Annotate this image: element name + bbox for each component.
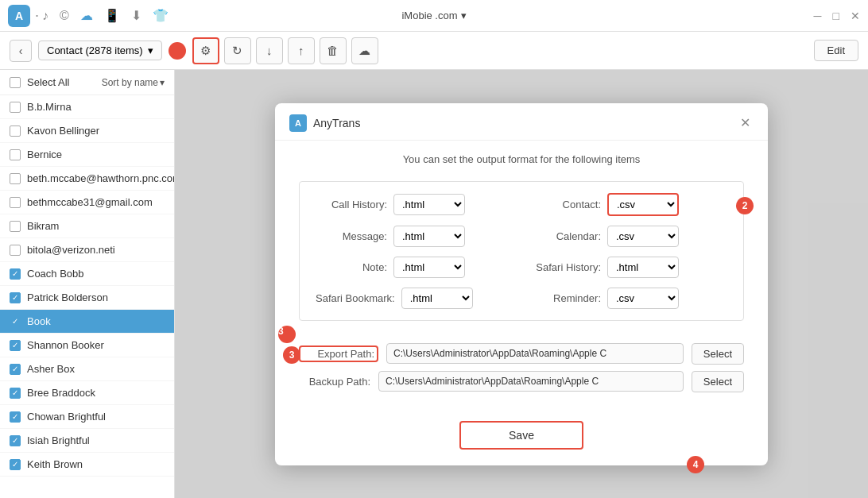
edit-button[interactable]: Edit [814,40,858,61]
note-row: Note: .html.csv [316,257,513,278]
annotation-4-badge: 4 [687,456,704,473]
message-select[interactable]: .html.csv [393,226,465,247]
export-path-label: Export Path: [303,348,374,360]
close-btn[interactable]: ✕ [851,10,860,22]
list-item[interactable]: Bikram [0,214,174,238]
list-item[interactable]: Bernice [0,143,174,167]
device-icon[interactable]: 📱 [104,8,120,23]
upload-icon: ↑ [298,44,304,57]
list-item[interactable]: Kavon Bellinger [0,119,174,143]
upload-button[interactable]: ↑ [288,37,315,64]
safari-history-row: Safari History: .html.csv [529,257,727,278]
modal-close-button[interactable]: ✕ [736,114,754,132]
list-item[interactable]: ✓Keith Brown [0,453,174,477]
download-button[interactable]: ↓ [256,37,283,64]
reminder-select[interactable]: .csv.html [607,288,679,309]
backup-path-input[interactable]: C:\Users\Administrator\AppData\Roaming\A… [378,371,684,392]
content-area: A AnyTrans ✕ You can set the output form… [175,70,868,498]
reminder-label: Reminder: [529,292,601,304]
contact-checkbox[interactable] [10,102,21,113]
list-item[interactable]: ✓Chowan Brightful [0,405,174,429]
contact-name: Chowan Brightful [27,411,106,423]
shirt-icon[interactable]: 👕 [153,8,169,23]
contact-checkbox[interactable]: ✓ [10,459,21,470]
contact-name: Keith Brown [27,458,83,470]
sort-label: Sort by name [102,77,158,88]
copyright-icon[interactable]: © [60,9,69,23]
annotation-3: 3 [278,326,296,343]
contact-checkbox[interactable]: ✓ [10,316,21,327]
music-icon[interactable]: ♪ [42,9,48,23]
list-item[interactable]: ✓Coach Bobb [0,262,174,286]
save-button[interactable]: Save [459,421,583,450]
list-item[interactable]: ✓Shannon Booker [0,334,174,357]
annotation-1 [169,42,186,60]
export-select-button[interactable]: Select [692,343,744,365]
contact-name: Patrick Bolderson [27,291,108,303]
cloud-icon: ☁ [358,44,370,58]
cloud-button[interactable]: ☁ [351,37,378,64]
list-item[interactable]: ✓Isiah Brightful [0,429,174,453]
contact-checkbox[interactable]: ✓ [10,364,21,375]
list-item[interactable]: bitola@verizon.neti [0,238,174,262]
safari-bookmark-select[interactable]: .html.csv [401,288,473,309]
app-title: iMobie .com [401,10,457,21]
contact-name: Coach Bobb [27,268,84,280]
safari-history-select[interactable]: .html.csv [607,257,679,278]
contact-name: Asher Box [27,363,75,375]
call-history-select[interactable]: .html.csv.vcf [393,194,465,215]
minimize-btn[interactable]: ─ [814,10,822,22]
refresh-button[interactable]: ↻ [224,37,251,64]
contact-checkbox[interactable] [10,197,21,208]
breadcrumb-label: Contact (2878 items) [47,44,143,56]
toolbar: ‹ Contact (2878 items) ▾ ⚙ ↻ ↓ ↑ 🗑 ☁ Edi… [0,32,868,70]
contact-name: bitola@verizon.neti [27,244,115,256]
contact-checkbox[interactable]: ✓ [10,340,21,351]
toolbar-icons: ⚙ ↻ ↓ ↑ 🗑 ☁ [192,37,378,64]
backup-path-label: Backup Path: [299,376,370,388]
contact-checkbox[interactable] [10,221,21,232]
list-item[interactable]: ✓Patrick Bolderson [0,286,174,310]
contact-name: Book [27,315,51,327]
breadcrumb-dropdown[interactable]: Contact (2878 items) ▾ [38,41,162,60]
back-button[interactable]: ‹ [10,40,32,62]
contact-name: Bree Braddock [27,387,95,399]
contact-checkbox[interactable] [10,173,21,184]
contact-select[interactable]: .csv.html.vcf [607,193,679,216]
list-item[interactable]: beth.mccabe@hawthorn.pnc.com [0,167,174,191]
export-path-input[interactable]: C:\Users\Administrator\AppData\Roaming\A… [386,343,684,364]
trash-button[interactable]: 🗑 [320,37,347,64]
maximize-btn[interactable]: □ [833,10,839,22]
list-item[interactable]: ✓Bree Braddock [0,381,174,405]
title-dropdown-arrow[interactable]: ▾ [461,10,467,21]
sidebar-header: Select All Sort by name ▾ [0,70,174,95]
sort-button[interactable]: Sort by name ▾ [102,77,165,88]
calendar-select[interactable]: .csv.html [607,226,679,247]
cloud-sync-icon[interactable]: ☁ [80,8,93,23]
select-all-label: Select All [27,76,95,88]
note-select[interactable]: .html.csv [393,257,465,278]
contact-checkbox[interactable]: ✓ [10,292,21,303]
title-bar-center: iMobie .com ▾ [401,10,466,21]
contact-checkbox[interactable]: ✓ [10,411,21,423]
list-item[interactable]: B.b.Mirna [0,95,174,119]
contact-checkbox[interactable] [10,245,21,256]
contact-name: Bikram [27,220,59,232]
safari-bookmark-label: Safari Bookmark: [316,292,395,304]
list-item[interactable]: ✓Book [0,310,174,334]
main-layout: Select All Sort by name ▾ B.b.MirnaKavon… [0,70,868,498]
contact-checkbox[interactable] [10,149,21,160]
settings-button[interactable]: ⚙ [192,37,219,64]
contact-checkbox[interactable]: ✓ [10,388,21,399]
backup-select-button[interactable]: Select [692,371,744,392]
select-all-checkbox[interactable] [10,77,21,88]
format-grid: Call History: .html.csv.vcf Contact: .cs… [299,181,744,321]
download-nav-icon[interactable]: ⬇ [131,8,141,23]
modal-header: A AnyTrans ✕ [275,103,768,141]
list-item[interactable]: bethmccabe31@gmail.com [0,191,174,214]
contact-checkbox[interactable]: ✓ [10,268,21,280]
contact-checkbox[interactable] [10,125,21,137]
contact-checkbox[interactable]: ✓ [10,435,21,446]
list-item[interactable]: ✓Asher Box [0,357,174,381]
path-section: 3 Export Path: C:\Users\Administrator\Ap… [299,343,744,392]
